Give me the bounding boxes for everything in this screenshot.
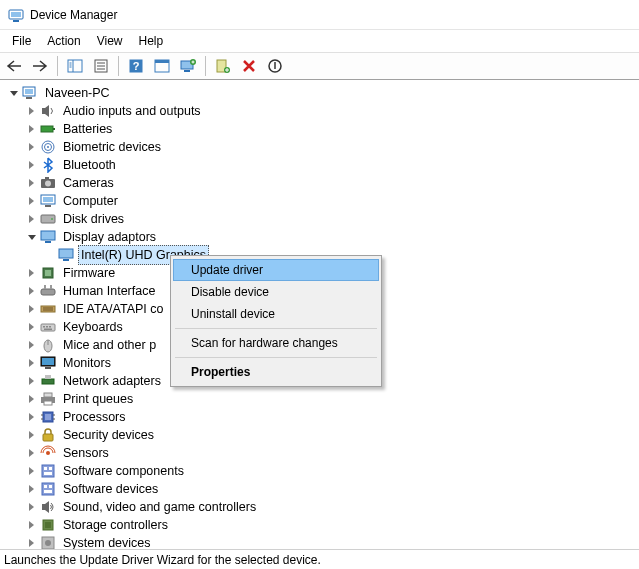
svg-rect-58 — [42, 358, 54, 365]
expand-arrow-icon[interactable] — [24, 212, 38, 226]
svg-rect-53 — [49, 326, 51, 328]
menu-view[interactable]: View — [89, 32, 131, 50]
tree-item-label: Software devices — [60, 480, 161, 498]
ctx-properties[interactable]: Properties — [173, 361, 379, 383]
computer-icon — [40, 193, 56, 209]
tree-category-sound[interactable]: Sound, video and game controllers — [6, 498, 639, 516]
svg-rect-44 — [41, 289, 55, 295]
show-hide-tree-button[interactable] — [63, 55, 87, 77]
expand-arrow-icon[interactable] — [24, 392, 38, 406]
svg-rect-15 — [155, 60, 169, 63]
tree-category-fingerprint[interactable]: Biometric devices — [6, 138, 639, 156]
tree-category-display[interactable]: Display adaptors — [6, 228, 639, 246]
tree-item-label: Batteries — [60, 120, 115, 138]
disable-device-button[interactable] — [263, 55, 287, 77]
expand-arrow-icon[interactable] — [24, 428, 38, 442]
tree-category-software[interactable]: Software devices — [6, 480, 639, 498]
expand-arrow-icon[interactable] — [24, 158, 38, 172]
expand-arrow-icon[interactable] — [24, 302, 38, 316]
tree-item-label: Sound, video and game controllers — [60, 498, 259, 516]
help-button[interactable]: ? — [124, 55, 148, 77]
tree-item-label: Sensors — [60, 444, 112, 462]
expand-arrow-icon[interactable] — [24, 482, 38, 496]
expand-arrow-icon[interactable] — [24, 338, 38, 352]
tree-item-label: Storage controllers — [60, 516, 171, 534]
expand-arrow-icon[interactable] — [24, 266, 38, 280]
tree-category-computer[interactable]: Computer — [6, 192, 639, 210]
svg-rect-74 — [44, 467, 47, 470]
svg-rect-24 — [26, 97, 32, 99]
expand-arrow-icon[interactable] — [24, 374, 38, 388]
svg-rect-54 — [44, 329, 52, 331]
back-button[interactable] — [2, 55, 26, 77]
mouse-icon — [40, 337, 56, 353]
tree-category-bluetooth[interactable]: Bluetooth — [6, 156, 639, 174]
tree-item-label: IDE ATA/ATAPI co — [60, 300, 167, 318]
expand-arrow-icon[interactable] — [24, 194, 38, 208]
svg-point-72 — [46, 451, 50, 455]
tree-category-printer[interactable]: Print queues — [6, 390, 639, 408]
svg-rect-2 — [11, 12, 21, 17]
expand-arrow-icon[interactable] — [24, 140, 38, 154]
expand-arrow-icon[interactable] — [24, 284, 38, 298]
expand-arrow-icon[interactable] — [24, 176, 38, 190]
forward-button[interactable] — [28, 55, 52, 77]
tree-item-label: Network adapters — [60, 372, 164, 390]
tree-category-software[interactable]: Software components — [6, 462, 639, 480]
expand-arrow-icon[interactable] — [24, 104, 38, 118]
svg-point-31 — [45, 181, 51, 187]
tree-category-system[interactable]: System devices — [6, 534, 639, 549]
svg-rect-78 — [44, 485, 47, 488]
sensor-icon — [40, 445, 56, 461]
scan-hardware-button[interactable] — [211, 55, 235, 77]
tree-category-speaker[interactable]: Audio inputs and outputs — [6, 102, 639, 120]
svg-rect-41 — [63, 259, 69, 261]
svg-rect-66 — [45, 414, 51, 420]
tree-root[interactable]: Naveen-PC — [6, 84, 639, 102]
toolbar-separator — [57, 56, 58, 76]
svg-rect-23 — [25, 89, 33, 94]
expand-arrow-icon[interactable] — [24, 500, 38, 514]
svg-rect-35 — [45, 205, 51, 207]
expand-arrow-icon[interactable] — [24, 536, 38, 549]
tree-category-disk[interactable]: Disk drives — [6, 210, 639, 228]
update-driver-button[interactable] — [176, 55, 200, 77]
svg-rect-38 — [41, 231, 55, 240]
properties-button[interactable] — [89, 55, 113, 77]
tree-category-cpu[interactable]: Processors — [6, 408, 639, 426]
uninstall-device-button[interactable] — [237, 55, 261, 77]
tree-item-label: Bluetooth — [60, 156, 119, 174]
expand-arrow-icon[interactable] — [24, 446, 38, 460]
svg-rect-61 — [45, 375, 51, 379]
tree-category-camera[interactable]: Cameras — [6, 174, 639, 192]
ctx-update-driver[interactable]: Update driver — [173, 259, 379, 281]
tree-category-sensor[interactable]: Sensors — [6, 444, 639, 462]
menu-action[interactable]: Action — [39, 32, 88, 50]
svg-rect-60 — [42, 379, 54, 384]
expand-arrow-icon[interactable] — [24, 410, 38, 424]
expand-arrow-icon[interactable] — [24, 230, 38, 244]
expand-arrow-icon[interactable] — [24, 356, 38, 370]
tree-category-battery[interactable]: Batteries — [6, 120, 639, 138]
expand-arrow-icon[interactable] — [24, 518, 38, 532]
svg-rect-80 — [44, 490, 52, 493]
ctx-uninstall-device[interactable]: Uninstall device — [173, 303, 379, 325]
expand-arrow-icon[interactable] — [6, 86, 20, 100]
hid-icon — [40, 283, 56, 299]
ctx-disable-device[interactable]: Disable device — [173, 281, 379, 303]
tree-item-label: Mice and other p — [60, 336, 159, 354]
display-icon — [40, 229, 56, 245]
ctx-scan-hardware[interactable]: Scan for hardware changes — [173, 332, 379, 354]
tree-category-security[interactable]: Security devices — [6, 426, 639, 444]
expand-arrow-icon[interactable] — [24, 320, 38, 334]
tree-category-storage[interactable]: Storage controllers — [6, 516, 639, 534]
expand-arrow-icon[interactable] — [24, 464, 38, 478]
menu-file[interactable]: File — [4, 32, 39, 50]
toolbar: ? — [0, 52, 639, 80]
svg-rect-43 — [45, 270, 51, 276]
svg-rect-73 — [42, 465, 54, 477]
menu-help[interactable]: Help — [131, 32, 172, 50]
tree-item-label: Display adaptors — [60, 228, 159, 246]
expand-arrow-icon[interactable] — [24, 122, 38, 136]
view-button[interactable] — [150, 55, 174, 77]
